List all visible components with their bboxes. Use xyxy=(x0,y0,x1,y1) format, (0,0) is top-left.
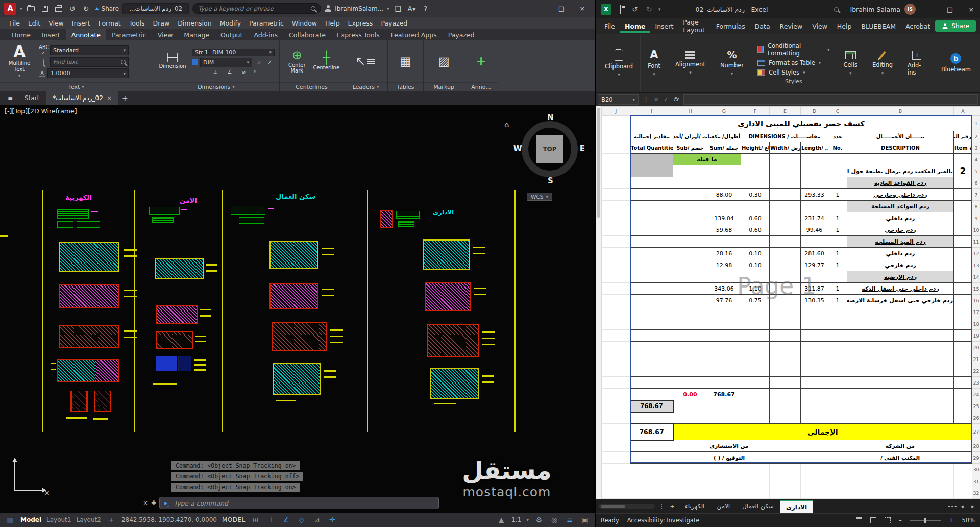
autocad-logo-icon[interactable]: A xyxy=(4,3,16,15)
dimensions-panel-label[interactable]: Dimensions▾ xyxy=(153,82,279,91)
count-value[interactable]: 1 xyxy=(828,189,847,201)
signed-in-user[interactable]: IbrahimSalam... xyxy=(335,5,383,12)
row-number[interactable]: 16 xyxy=(972,295,980,306)
redo-icon[interactable]: ↻ xyxy=(81,4,91,14)
horizontal-scrollbar[interactable] xyxy=(599,504,655,509)
count-value[interactable]: 1 xyxy=(828,283,847,295)
grid-cell[interactable] xyxy=(630,259,673,271)
grid-cell[interactable] xyxy=(707,377,741,389)
clipboard-group-button[interactable]: Clipboard▾ xyxy=(598,35,641,91)
grid-cell[interactable] xyxy=(954,212,972,224)
grid-cell[interactable] xyxy=(847,400,954,412)
grid-cell[interactable] xyxy=(801,400,828,412)
compass-north[interactable]: N xyxy=(547,113,554,122)
grid-cell[interactable] xyxy=(847,342,954,353)
empty-cell[interactable] xyxy=(847,487,954,499)
name-box[interactable]: B20▾ xyxy=(598,94,639,105)
header-cell[interactable]: Item # xyxy=(954,142,972,154)
search-icon[interactable] xyxy=(834,7,839,12)
header-cell[interactable]: عدد xyxy=(828,131,847,142)
grid-cell[interactable] xyxy=(741,154,770,165)
new-sheet-button[interactable]: + xyxy=(668,503,676,510)
empty-cell[interactable] xyxy=(602,330,630,342)
sheet-tab-الكهرباء[interactable]: الكهرباء xyxy=(679,500,710,513)
row-number[interactable]: 26 xyxy=(972,412,980,424)
help-icon[interactable]: ? xyxy=(421,4,431,14)
empty-cell[interactable] xyxy=(602,189,630,201)
app-store-icon[interactable]: ❑ xyxy=(393,4,403,14)
dimension-button[interactable]: ├─┤ Dimension xyxy=(156,53,189,69)
close-button[interactable]: × xyxy=(963,0,980,18)
header-cell[interactable]: DIMENSIONS / مقاســـــات xyxy=(741,131,828,142)
grid-cell[interactable] xyxy=(707,271,741,283)
empty-cell[interactable] xyxy=(741,475,770,487)
tab-home[interactable]: Home xyxy=(620,20,650,33)
grid-cell[interactable] xyxy=(954,236,972,248)
cells-group-button[interactable]: Cells▾ xyxy=(836,35,865,91)
grid-cell[interactable] xyxy=(954,248,972,259)
save-icon[interactable] xyxy=(40,4,50,14)
grid-cell[interactable] xyxy=(673,295,707,306)
isolate-objects-icon[interactable]: ◎ xyxy=(549,516,559,524)
empty-cell[interactable] xyxy=(602,201,630,212)
height-value[interactable]: 0.60 xyxy=(741,224,770,236)
length-value[interactable]: 129.77 xyxy=(801,259,828,271)
work-description[interactable]: ردم داخلي xyxy=(847,212,954,224)
formula-input[interactable] xyxy=(683,94,978,105)
alignment-group-button[interactable]: Alignment▾ xyxy=(668,35,713,91)
grid-cell[interactable] xyxy=(630,306,673,318)
grid-cell[interactable] xyxy=(954,318,972,330)
row-number[interactable]: 25 xyxy=(972,400,980,412)
empty-cell[interactable] xyxy=(602,365,630,377)
signature-left[interactable]: من الاستشاري xyxy=(630,440,828,452)
current-file-chip[interactable]: 02_ردم الاساسات... xyxy=(122,3,189,14)
length-value[interactable]: 293.33 xyxy=(801,189,828,201)
grid-cell[interactable] xyxy=(630,189,673,201)
column-header[interactable]: B xyxy=(847,107,954,116)
grid-cell[interactable] xyxy=(954,224,972,236)
signature-right[interactable]: المكتب الفنى / xyxy=(828,452,972,464)
excel-logo-icon[interactable]: X xyxy=(601,4,611,15)
multiline-text-button[interactable]: A Multiline Text ▾ xyxy=(3,44,36,78)
grid-cell[interactable] xyxy=(707,365,741,377)
work-description[interactable]: ردم داخلي وخارجي xyxy=(847,189,954,201)
dim-style-dropdown[interactable]: Str-1--DIM-100▾ xyxy=(192,49,275,56)
grid-cell[interactable] xyxy=(770,201,801,212)
menu-parametric[interactable]: Parametric xyxy=(245,18,288,28)
row-number[interactable]: 19 xyxy=(972,330,980,342)
work-description[interactable]: ردم داخلي xyxy=(847,248,954,259)
grid-cell[interactable] xyxy=(673,212,707,224)
grid-cell[interactable] xyxy=(801,177,828,189)
sub-total[interactable]: 0.00 xyxy=(673,389,707,400)
grid-cell[interactable] xyxy=(673,353,707,365)
cancel-icon[interactable]: × xyxy=(654,96,658,103)
row-number[interactable]: 12 xyxy=(972,248,980,259)
grid-cell[interactable] xyxy=(847,306,954,318)
sum-total[interactable]: 768.67 xyxy=(707,389,741,400)
header-cell[interactable]: DESCRIPTION xyxy=(847,142,954,154)
grid-cell[interactable] xyxy=(630,318,673,330)
menu-payazed[interactable]: Payazed xyxy=(377,18,411,28)
tab-bluebeam[interactable]: BLUEBEAM xyxy=(856,20,900,33)
menu-help[interactable]: Help xyxy=(321,18,344,28)
empty-cell[interactable] xyxy=(828,487,847,499)
grid-cell[interactable] xyxy=(801,377,828,389)
compass-west[interactable]: W xyxy=(513,144,522,153)
view-cube[interactable]: N S W E TOP xyxy=(517,116,583,182)
ortho-mode-icon[interactable]: ⊥ xyxy=(266,516,276,524)
empty-cell[interactable] xyxy=(602,224,630,236)
start-tab[interactable]: Start xyxy=(18,91,45,105)
grid-cell[interactable] xyxy=(828,318,847,330)
grid-cell[interactable] xyxy=(741,377,770,389)
column-header[interactable]: D xyxy=(801,107,828,116)
editing-group-button[interactable]: Editing▾ xyxy=(865,35,900,91)
item-description[interactable]: بالمتر المكعب ردم برمال نظيفة حول الاساس… xyxy=(847,165,954,177)
grid-cell[interactable] xyxy=(630,212,673,224)
menu-express[interactable]: Express xyxy=(344,18,377,28)
zoom-in-icon[interactable]: + xyxy=(949,517,954,524)
sum-value[interactable]: 97.76 xyxy=(707,295,741,306)
grand-total-label[interactable]: الإجمالي xyxy=(673,424,972,440)
grid-cell[interactable] xyxy=(673,201,707,212)
height-value[interactable]: 0.75 xyxy=(741,295,770,306)
model-space-badge[interactable]: MODEL xyxy=(222,516,246,523)
